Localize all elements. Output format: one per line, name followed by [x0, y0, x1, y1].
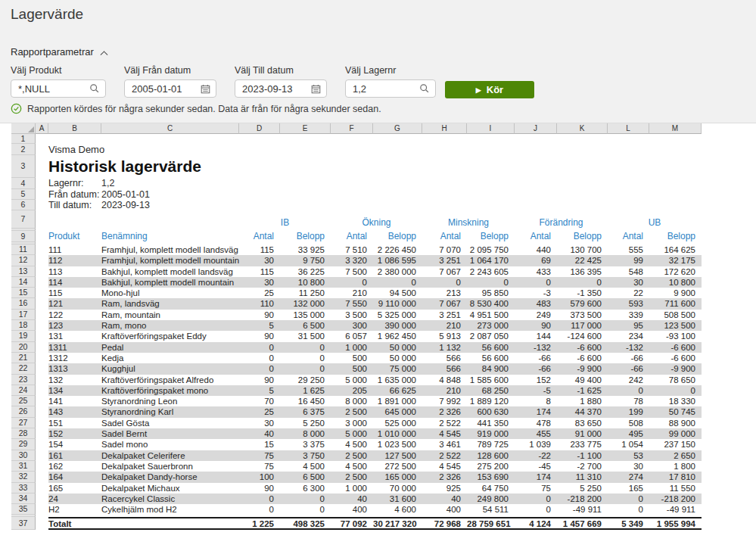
- value-cell[interactable]: -1 350: [557, 288, 608, 298]
- value-cell[interactable]: 10 800: [280, 277, 331, 288]
- value-cell[interactable]: 1 585 600: [467, 375, 515, 385]
- value-cell[interactable]: 7 550: [331, 298, 373, 309]
- value-cell[interactable]: -2 700: [557, 461, 608, 472]
- value-cell[interactable]: 132 000: [280, 298, 331, 309]
- value-cell[interactable]: 78 650: [649, 375, 702, 385]
- value-cell[interactable]: 32 175: [649, 255, 702, 266]
- table-row[interactable]: 151Sadel Gösta305 2503 000525 0002 52244…: [48, 418, 702, 428]
- value-cell[interactable]: 548: [608, 266, 649, 277]
- table-row[interactable]: 112Framhjul, komplett modell mountain309…: [48, 255, 702, 266]
- search-icon[interactable]: [419, 83, 430, 94]
- value-cell[interactable]: -66: [608, 353, 649, 363]
- total-value-cell[interactable]: 72 968: [422, 518, 467, 528]
- value-cell[interactable]: 7 067: [422, 298, 467, 309]
- value-cell[interactable]: 29 250: [280, 375, 331, 385]
- value-cell[interactable]: 1 000: [331, 483, 373, 494]
- value-cell[interactable]: -1 100: [557, 450, 608, 461]
- value-cell[interactable]: 566: [422, 353, 467, 363]
- row-number[interactable]: 5: [11, 189, 36, 200]
- value-cell[interactable]: 1 086 595: [373, 255, 422, 266]
- row-number[interactable]: 33: [11, 483, 36, 494]
- value-cell[interactable]: 3 375: [280, 439, 331, 450]
- value-cell[interactable]: 30: [608, 277, 649, 288]
- value-cell[interactable]: 110: [239, 298, 280, 309]
- row-number[interactable]: 21: [11, 353, 36, 363]
- value-cell[interactable]: 0: [239, 363, 280, 374]
- column-header-belopp-9[interactable]: Belopp: [649, 231, 702, 242]
- value-cell[interactable]: 9 750: [280, 255, 331, 266]
- value-cell[interactable]: 50 745: [649, 406, 702, 417]
- row-number[interactable]: 4: [11, 178, 36, 189]
- product-name-cell[interactable]: Racercykel Classic: [101, 494, 239, 504]
- value-cell[interactable]: 78: [608, 396, 649, 406]
- value-cell[interactable]: 2 500: [331, 472, 373, 482]
- value-cell[interactable]: 11 250: [280, 288, 331, 298]
- value-cell[interactable]: 4 500: [331, 439, 373, 450]
- value-cell[interactable]: 174: [515, 472, 557, 482]
- product-number-cell[interactable]: 162: [48, 461, 101, 472]
- value-cell[interactable]: 2 522: [422, 418, 467, 428]
- value-cell[interactable]: 50 000: [373, 353, 422, 363]
- value-cell[interactable]: 0: [239, 353, 280, 363]
- column-header-produkt[interactable]: Produkt: [48, 231, 101, 242]
- table-row[interactable]: 165Dekalpaket Michaux906 3001 00070 0009…: [48, 483, 702, 494]
- product-name-cell[interactable]: Kraftöverföringspaket Eddy: [101, 331, 239, 341]
- product-number-cell[interactable]: 121: [48, 298, 101, 309]
- column-header-E[interactable]: E: [280, 123, 331, 134]
- value-cell[interactable]: -5: [515, 385, 557, 396]
- value-cell[interactable]: 233 775: [557, 439, 608, 450]
- value-cell[interactable]: 2 500: [331, 406, 373, 417]
- column-header-belopp-3[interactable]: Belopp: [373, 231, 422, 242]
- product-name-cell[interactable]: Kraftöverföringspaket Alfredo: [101, 375, 239, 385]
- table-row[interactable]: 134Kraftöverföringspaket mono51 62520566…: [48, 385, 702, 396]
- value-cell[interactable]: 4 500: [331, 461, 373, 472]
- value-cell[interactable]: -6 600: [557, 353, 608, 363]
- product-number-cell[interactable]: 143: [48, 406, 101, 417]
- product-name-cell[interactable]: Sadel Bernt: [101, 428, 239, 439]
- value-cell[interactable]: 172 620: [649, 266, 702, 277]
- row-number[interactable]: 35: [11, 504, 36, 515]
- value-cell[interactable]: 4 545: [422, 461, 467, 472]
- product-name-cell[interactable]: Styranordning Leon: [101, 396, 239, 406]
- product-number-cell[interactable]: 152: [48, 428, 101, 439]
- column-header-B[interactable]: B: [48, 123, 101, 134]
- group-header-förändring[interactable]: Förändring: [515, 217, 608, 229]
- value-cell[interactable]: 75: [239, 461, 280, 472]
- row-number[interactable]: 24: [11, 385, 36, 396]
- value-cell[interactable]: -218 200: [649, 494, 702, 504]
- row-number[interactable]: 27: [11, 418, 36, 428]
- product-name-cell[interactable]: Framhjul, komplett modell mountain: [101, 255, 239, 266]
- value-cell[interactable]: 0: [331, 277, 373, 288]
- product-name-cell[interactable]: Ram, mountain: [101, 310, 239, 320]
- row-number[interactable]: 9: [11, 231, 36, 242]
- value-cell[interactable]: 31 600: [373, 494, 422, 504]
- value-cell[interactable]: 7 067: [422, 266, 467, 277]
- column-header-K[interactable]: K: [557, 123, 608, 134]
- column-header-antal-8[interactable]: Antal: [608, 231, 649, 242]
- product-number-cell[interactable]: 165: [48, 483, 101, 494]
- value-cell[interactable]: 75 000: [373, 363, 422, 374]
- meta-value[interactable]: 1,2: [101, 178, 239, 189]
- column-header-benamning[interactable]: Benämning: [101, 231, 239, 242]
- value-cell[interactable]: 165 000: [373, 472, 422, 482]
- value-cell[interactable]: 5 250: [280, 418, 331, 428]
- row-number[interactable]: 14: [11, 277, 36, 288]
- value-cell[interactable]: 205: [331, 385, 373, 396]
- value-cell[interactable]: 400: [422, 504, 467, 515]
- product-name-cell[interactable]: Styranordning Karl: [101, 406, 239, 417]
- value-cell[interactable]: 90: [515, 320, 557, 331]
- value-cell[interactable]: 64 750: [467, 483, 515, 494]
- value-cell[interactable]: 8 000: [280, 428, 331, 439]
- value-cell[interactable]: 3 000: [331, 418, 373, 428]
- value-cell[interactable]: 9 900: [649, 288, 702, 298]
- value-cell[interactable]: 3 750: [280, 450, 331, 461]
- value-cell[interactable]: 40: [239, 428, 280, 439]
- value-cell[interactable]: 272 500: [373, 461, 422, 472]
- product-name-cell[interactable]: Sadel Gösta: [101, 418, 239, 428]
- value-cell[interactable]: 789 725: [467, 439, 515, 450]
- value-cell[interactable]: 5 000: [331, 428, 373, 439]
- value-cell[interactable]: 237 150: [649, 439, 702, 450]
- meta-value[interactable]: 2023-09-13: [101, 200, 239, 210]
- value-cell[interactable]: 508: [608, 418, 649, 428]
- value-cell[interactable]: 174: [515, 406, 557, 417]
